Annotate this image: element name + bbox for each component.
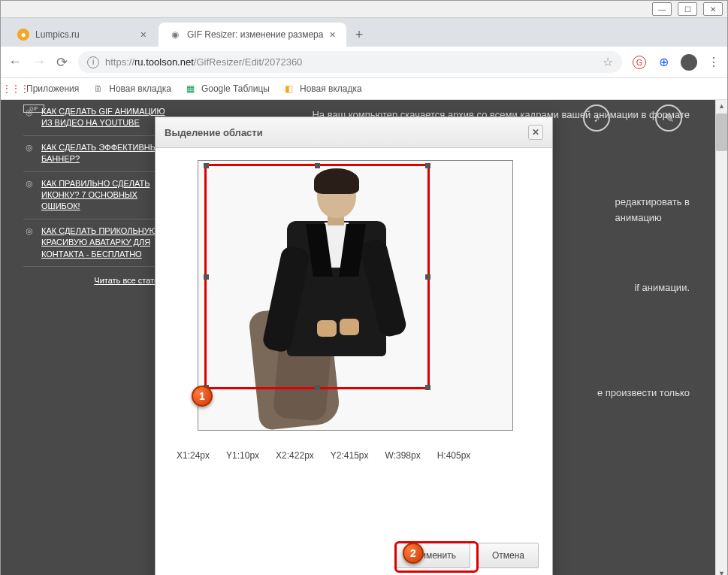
- coordinates-readout: X1:24px Y1:10px X2:422px Y2:415px W:398p…: [156, 437, 552, 474]
- tab-lumpics[interactable]: ● Lumpics.ru ×: [7, 23, 157, 47]
- crop-canvas-area: 1: [156, 148, 552, 437]
- spiral-icon: ◎: [23, 225, 35, 238]
- vertical-scrollbar[interactable]: ▲ ▼: [715, 100, 727, 575]
- spiral-icon: ◎: [23, 142, 35, 154]
- coord-h: H:405px: [437, 450, 471, 461]
- toolbar-icons: G ⊕ ⋮: [633, 54, 720, 71]
- favicon-icon: ●: [17, 29, 29, 41]
- bg-text: e произвести только: [597, 386, 690, 401]
- read-all-link[interactable]: Читать все статьи: [23, 267, 166, 294]
- resize-handle-w[interactable]: [204, 274, 209, 280]
- tab-bar: ● Lumpics.ru × ◉ GIF Resizer: изменение …: [1, 18, 727, 47]
- sidebar-item[interactable]: ◎КАК СДЕЛАТЬ ПРИКОЛЬНУЮ КРАСИВУЮ АВАТАРК…: [23, 219, 166, 267]
- minimize-button[interactable]: —: [652, 2, 672, 16]
- resize-handle-nw[interactable]: [204, 163, 209, 168]
- bookmark-item[interactable]: ◧Новая вкладка: [283, 83, 362, 95]
- profile-avatar[interactable]: [681, 54, 697, 71]
- extension-icon[interactable]: ⊕: [657, 56, 670, 69]
- window-controls: — ☐ ✕: [1, 1, 727, 18]
- coord-w: W:398px: [385, 450, 421, 461]
- image-canvas[interactable]: [198, 160, 513, 431]
- bookmark-item[interactable]: ▦Google Таблицы: [185, 83, 270, 95]
- scroll-down-icon[interactable]: ▼: [716, 567, 727, 575]
- coord-y2: Y2:415px: [331, 450, 369, 461]
- bookmark-apps[interactable]: ⋮⋮⋮Приложения: [10, 83, 79, 95]
- reload-button[interactable]: ⟳: [56, 54, 68, 71]
- address-bar: ← → ⟳ i https://ru.toolson.net/GifResize…: [1, 47, 727, 78]
- resize-handle-se[interactable]: [425, 385, 430, 390]
- menu-button[interactable]: ⋮: [708, 55, 720, 69]
- sidebar-item[interactable]: ◎КАК СДЕЛАТЬ ЭФФЕКТИВНЫЙ БАННЕР?: [23, 136, 166, 172]
- extension-icon[interactable]: G: [633, 56, 646, 69]
- sidebar-item[interactable]: ◎КАК СДЕЛАТЬ GIF АНИМАЦИЮ ИЗ ВИДЕО НА YO…: [23, 100, 166, 136]
- scrollbar-thumb[interactable]: [716, 113, 727, 151]
- close-tab-icon[interactable]: ×: [329, 29, 335, 41]
- dialog-title: Выделение области: [165, 127, 263, 138]
- close-tab-icon[interactable]: ×: [140, 29, 147, 41]
- bookmark-star-icon[interactable]: ☆: [603, 55, 613, 69]
- cancel-button[interactable]: Отмена: [478, 543, 539, 568]
- resize-handle-n[interactable]: [315, 163, 320, 168]
- resize-handle-ne[interactable]: [425, 163, 430, 168]
- maximize-button[interactable]: ☐: [678, 2, 697, 16]
- url-field[interactable]: i https://ru.toolson.net/GifResizer/Edit…: [78, 51, 622, 73]
- spiral-icon: ◎: [23, 178, 35, 190]
- crop-selection[interactable]: [204, 164, 430, 389]
- dialog-close-button[interactable]: ✕: [528, 125, 543, 140]
- sidebar-item[interactable]: ◎КАК ПРАВИЛЬНО СДЕЛАТЬ ИКОНКУ? 7 ОСНОВНЫ…: [23, 172, 166, 219]
- site-info-icon[interactable]: i: [87, 56, 99, 68]
- coord-y1: Y1:10px: [226, 450, 259, 461]
- dialog-titlebar[interactable]: Выделение области ✕: [156, 117, 552, 148]
- tab-gif-resizer[interactable]: ◉ GIF Resizer: изменение размера ×: [159, 23, 346, 47]
- favicon-icon: ◉: [169, 29, 181, 41]
- close-window-button[interactable]: ✕: [703, 2, 723, 16]
- page-content: GIF ♪ ✎ На ваш компьютер скачается архив…: [1, 100, 727, 575]
- new-tab-button[interactable]: +: [348, 27, 371, 43]
- bookmark-bar: ⋮⋮⋮Приложения 🗎Новая вкладка ▦Google Таб…: [1, 78, 727, 100]
- url-text: https://ru.toolson.net/GifResizer/Edit/2…: [105, 56, 302, 68]
- tab-title: Lumpics.ru: [35, 29, 80, 40]
- coord-x2: X2:422px: [276, 450, 314, 461]
- resize-handle-e[interactable]: [425, 274, 430, 280]
- scroll-up-icon[interactable]: ▲: [716, 100, 727, 112]
- annotation-badge-1: 1: [192, 386, 213, 407]
- tab-title: GIF Resizer: изменение размера: [187, 29, 323, 40]
- forward-button[interactable]: →: [32, 54, 46, 70]
- resize-handle-s[interactable]: [315, 385, 320, 390]
- bg-text: редактировать в анимацию: [615, 195, 690, 226]
- back-button[interactable]: ←: [8, 54, 22, 70]
- bookmark-item[interactable]: 🗎Новая вкладка: [92, 83, 171, 95]
- bg-text: if анимации.: [634, 280, 690, 296]
- coord-x1: X1:24px: [177, 450, 210, 461]
- browser-window: — ☐ ✕ ● Lumpics.ru × ◉ GIF Resizer: изме…: [0, 0, 728, 575]
- annotation-badge-2: 2: [403, 543, 424, 564]
- sidebar: ◎КАК СДЕЛАТЬ GIF АНИМАЦИЮ ИЗ ВИДЕО НА YO…: [23, 100, 166, 294]
- crop-dialog: Выделение области ✕: [155, 117, 553, 575]
- spiral-icon: ◎: [23, 106, 35, 118]
